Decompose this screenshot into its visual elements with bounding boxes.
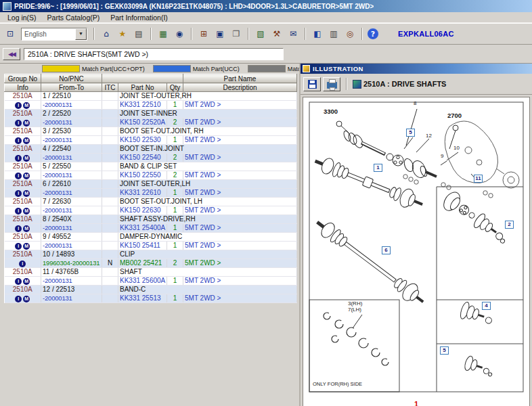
part-row-detail[interactable]: IM-20000131KK150 22520A25MT 2WD >	[5, 118, 297, 127]
part-no[interactable]: KK150 22530	[118, 136, 167, 145]
tools-icon[interactable]: ⚒	[269, 27, 284, 41]
info-m-icon[interactable]: M	[23, 190, 30, 197]
callout-1[interactable]: 1	[374, 164, 382, 172]
from-to[interactable]: -20000131	[41, 154, 102, 162]
info-i-icon[interactable]: I	[15, 137, 22, 144]
info-m-icon[interactable]: M	[23, 173, 30, 179]
from-to[interactable]: -20000131	[41, 189, 102, 198]
info-i-icon[interactable]: I	[15, 278, 22, 285]
part-no[interactable]: KK331 25600A	[118, 277, 167, 286]
part-no[interactable]: KK150 22540	[118, 154, 167, 162]
info-i-icon[interactable]: I	[15, 208, 22, 215]
part-no[interactable]: KK331 22610	[118, 189, 167, 198]
part-no[interactable]: KK150 22630	[118, 206, 167, 215]
part-row-name[interactable]: 2510A6 / 22610JOINT SET-OUTER,LH	[5, 180, 297, 189]
part-row-detail[interactable]: IM-20000131KK150 2253015MT 2WD >	[5, 136, 297, 145]
part-no[interactable]: KK331 22510	[118, 101, 167, 110]
chart-icon[interactable]: ▦	[156, 27, 171, 41]
cart-icon[interactable]: ⊞	[196, 27, 211, 41]
from-to[interactable]: -20000131	[41, 206, 102, 215]
image-icon[interactable]: ▧	[253, 27, 268, 41]
part-row-detail[interactable]: IM-20000131KK150 2254025MT 2WD >	[5, 154, 297, 162]
print-preview-icon[interactable]: ▤	[131, 27, 146, 41]
from-to[interactable]: -20000131	[41, 294, 102, 303]
menu-part-information[interactable]: Part Information(I)	[105, 14, 173, 22]
help-icon[interactable]: ?	[367, 28, 379, 40]
part-no[interactable]: KK150 25411	[118, 242, 167, 250]
language-select[interactable]: English ▼	[21, 28, 87, 41]
info-m-icon[interactable]: M	[23, 137, 30, 144]
back-icon[interactable]: ◀◀	[3, 48, 20, 60]
info-i-icon[interactable]: I	[15, 155, 22, 162]
part-row-name[interactable]: 2510A2 / 22520JOINT SET-INNER	[5, 110, 297, 118]
home-icon[interactable]: ⌂	[99, 27, 114, 41]
part-row-name[interactable]: 2510A3 / 22530BOOT SET-OUT.JOINT, RH	[5, 127, 297, 136]
part-no[interactable]: MB002 25421	[118, 259, 167, 268]
from-to[interactable]: -20000131	[41, 118, 102, 127]
info-i-icon[interactable]: I	[19, 261, 26, 267]
save-illustration-button[interactable]	[303, 77, 321, 91]
part-row-detail[interactable]: I19960304-20000131NMB002 2542125MT 2WD >	[5, 259, 297, 268]
info-m-icon[interactable]: M	[23, 102, 30, 109]
info-i-icon[interactable]: I	[15, 120, 22, 127]
info-m-icon[interactable]: M	[23, 225, 30, 232]
callout-6[interactable]: 6	[382, 246, 391, 254]
clipboard-icon[interactable]: ▣	[213, 27, 227, 41]
from-to[interactable]: -20000131	[41, 171, 102, 180]
from-to[interactable]: 19960304-20000131	[41, 259, 102, 268]
search-icon[interactable]: ◉	[172, 27, 187, 41]
callout-2[interactable]: 2	[505, 221, 514, 229]
monitor-icon[interactable]: ⊡	[3, 27, 18, 41]
from-to[interactable]: -20000131	[41, 101, 102, 110]
part-no[interactable]: KK331 25513	[118, 294, 167, 303]
menu-login[interactable]: Log in(S)	[2, 14, 42, 22]
favorites-icon[interactable]: ★	[115, 27, 130, 41]
info-m-icon[interactable]: M	[23, 278, 30, 285]
chevron-down-icon[interactable]: ▼	[75, 28, 87, 40]
part-row-name[interactable]: 2510A12 / 22513BAND-C	[5, 286, 297, 294]
part-row-detail[interactable]: IM-20000131KK331 25600A15MT 2WD >	[5, 277, 297, 286]
info-i-icon[interactable]: I	[15, 225, 22, 232]
part-row-detail[interactable]: IM-20000131KK331 2261015MT 2WD >	[5, 189, 297, 198]
part-row-name[interactable]: 2510A5 / 22550BAND & CLIP SET	[5, 162, 297, 171]
part-no[interactable]: KK150 22520A	[118, 118, 167, 127]
from-to[interactable]: -20000131	[41, 277, 102, 286]
camera-icon[interactable]: ◎	[342, 27, 357, 41]
callout-5[interactable]: 5	[406, 129, 415, 137]
info-i-icon[interactable]: I	[15, 190, 22, 197]
part-row-name[interactable]: 2510A4 / 22540BOOT SET-IN.JOINT	[5, 145, 297, 154]
part-row-name[interactable]: 2510A7 / 22630BOOT SET-OUT.JOINT, LH	[5, 198, 297, 206]
info-m-icon[interactable]: M	[23, 243, 30, 250]
part-row-name[interactable]: 2510A9 / 49552DAMPER-DYNAMIC	[5, 233, 297, 242]
part-row-detail[interactable]: IM-20000131KK150 2541115MT 2WD >	[5, 242, 297, 250]
part-row-name[interactable]: 2510A11 / 43765BSHAFT	[5, 268, 297, 277]
part-row-name[interactable]: 2510A8 / 2540XSHAFT ASSY-DRIVE,RH	[5, 215, 297, 224]
callout-5[interactable]: 5	[440, 346, 449, 355]
mail-icon[interactable]: ✉	[286, 27, 301, 41]
from-to[interactable]: -20000131	[41, 242, 102, 250]
info-i-icon[interactable]: I	[15, 296, 22, 302]
info-m-icon[interactable]: M	[23, 155, 30, 162]
callout-11[interactable]: 11	[474, 175, 483, 183]
menu-parts-catalog[interactable]: Parts Catalog(P)	[42, 14, 106, 22]
info-i-icon[interactable]: I	[15, 243, 22, 250]
part-row-detail[interactable]: IM-20000131KK331 2551315MT 2WD >	[5, 294, 297, 303]
copy-icon[interactable]: ❐	[229, 27, 244, 41]
callout-4[interactable]: 4	[482, 302, 491, 310]
info-m-icon[interactable]: M	[23, 296, 30, 302]
part-row-detail[interactable]: IM-20000131KK150 2263015MT 2WD >	[5, 206, 297, 215]
print-illustration-button[interactable]	[323, 77, 340, 91]
info-i-icon[interactable]: I	[15, 173, 22, 179]
part-no[interactable]: KK331 25400A	[118, 224, 167, 233]
part-row-name[interactable]: 2510A10 / 14893CLIP	[5, 250, 297, 259]
from-to[interactable]: -20000131	[41, 136, 102, 145]
part-row-detail[interactable]: IM-20000131KK150 2255025MT 2WD >	[5, 171, 297, 180]
part-row-name[interactable]: 2510A1 / 22510JOINT SET-OUTER,RH	[5, 92, 297, 101]
illustration-canvas[interactable]: 33002700851210911126453(RH)7(LH) ONLY FO…	[303, 97, 530, 406]
print-icon[interactable]: ▥	[326, 27, 341, 41]
part-row-detail[interactable]: IM-20000131KK331 2251015MT 2WD >	[5, 101, 297, 110]
from-to[interactable]: -20000131	[41, 224, 102, 233]
info-i-icon[interactable]: I	[15, 102, 22, 109]
info-m-icon[interactable]: M	[23, 208, 30, 215]
part-row-detail[interactable]: IM-20000131KK331 25400A15MT 2WD >	[5, 224, 297, 233]
